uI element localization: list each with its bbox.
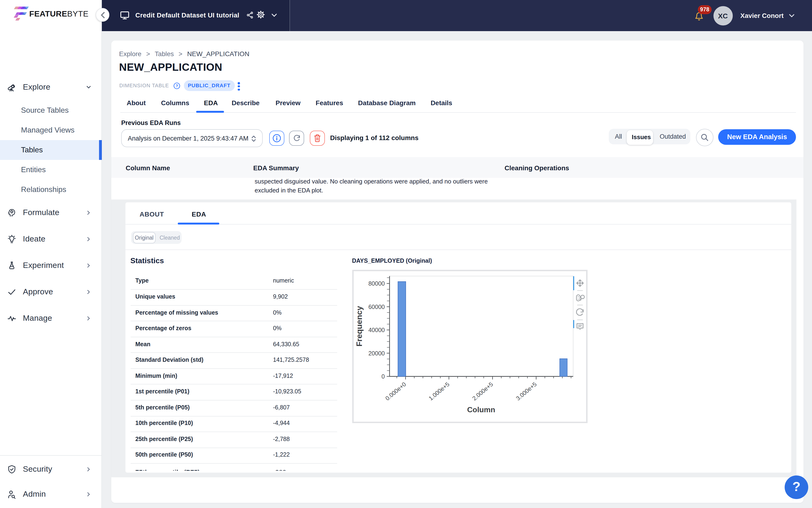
svg-text:2.000e+5: 2.000e+5 bbox=[471, 381, 494, 401]
svg-text:3.000e+5: 3.000e+5 bbox=[514, 381, 538, 401]
svg-text:0.000e+0: 0.000e+0 bbox=[384, 381, 407, 401]
svg-text:1.000e+5: 1.000e+5 bbox=[427, 381, 450, 401]
svg-text:80000: 80000 bbox=[368, 280, 385, 287]
svg-text:60000: 60000 bbox=[368, 303, 385, 310]
svg-text:0: 0 bbox=[381, 373, 385, 380]
svg-text:?: ? bbox=[176, 84, 178, 88]
svg-text:20000: 20000 bbox=[368, 350, 385, 356]
svg-text:Frequency: Frequency bbox=[354, 306, 363, 346]
svg-text:40000: 40000 bbox=[368, 327, 385, 333]
svg-text:Column: Column bbox=[467, 406, 495, 414]
